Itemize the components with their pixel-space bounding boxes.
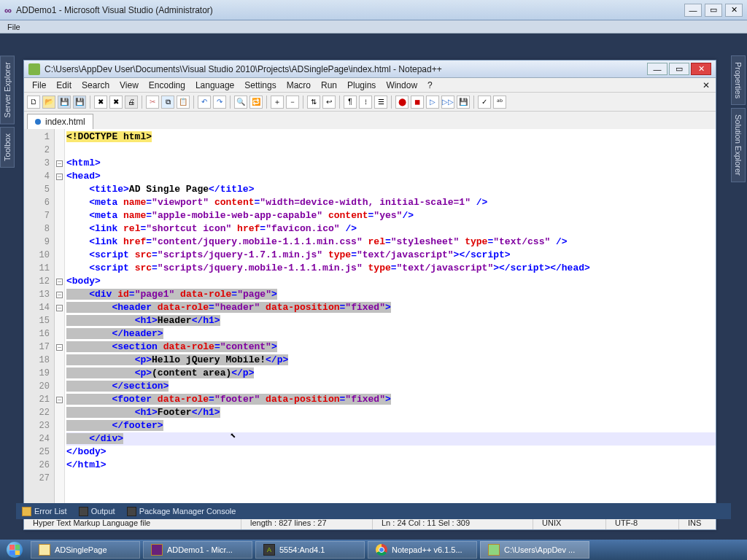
npp-menu-view[interactable]: View [115, 79, 144, 92]
vs-tab-toolbox[interactable]: Toolbox [0, 127, 15, 168]
macro-stop-icon[interactable]: ◼ [411, 96, 424, 109]
save-all-icon[interactable]: 💾 [73, 96, 86, 109]
vs-tab-output[interactable]: Output [79, 507, 115, 516]
code-area[interactable]: <!DOCTYPE html> <html> <head> <title>AD … [65, 129, 716, 515]
save-icon[interactable]: 💾 [58, 96, 71, 109]
folder-icon [39, 544, 50, 556]
sync-scroll-icon[interactable]: ⇅ [307, 96, 320, 109]
vs-menu-file[interactable]: File [3, 21, 25, 33]
error-list-icon [22, 507, 31, 516]
open-file-icon[interactable]: 📂 [42, 96, 55, 109]
notepadpp-window: C:\Users\AppDev User\Documents\Visual St… [23, 60, 716, 530]
print-icon[interactable]: 🖨 [125, 96, 138, 109]
new-file-icon[interactable]: 🗋 [27, 96, 40, 109]
npp-menu-edit[interactable]: Edit [51, 79, 77, 92]
doc-map-icon[interactable]: ᵃᵇ [493, 96, 506, 109]
vs-icon [151, 544, 163, 556]
vs-titlebar[interactable]: ∞ ADDemo1 - Microsoft Visual Studio (Adm… [0, 0, 747, 20]
npp-toolbar: 🗋 📂 💾 💾 ✖ ✖ 🖨 ✂ ⧉ 📋 ↶ ↷ 🔍 🔁 ＋ [24, 93, 716, 112]
windows-taskbar: ADSinglePage ADDemo1 - Micr... A5554:And… [0, 540, 747, 560]
npp-minimize-button[interactable]: — [647, 63, 667, 75]
all-chars-icon[interactable]: ¶ [344, 96, 357, 109]
vs-tab-solution-explorer[interactable]: Solution Explorer [731, 108, 746, 182]
vs-title: ADDemo1 - Microsoft Visual Studio (Admin… [16, 5, 684, 15]
vs-maximize-button[interactable]: ▭ [705, 4, 722, 17]
vs-close-button[interactable]: ✕ [725, 4, 743, 17]
macro-play-icon[interactable]: ▷ [426, 96, 439, 109]
vs-tab-pkg-mgr-console[interactable]: Package Manager Console [127, 507, 236, 516]
npp-menu-run[interactable]: Run [316, 79, 342, 92]
task-notepadpp[interactable]: C:\Users\AppDev ... [480, 541, 589, 559]
vs-menubar: File [0, 20, 747, 34]
npp-title: C:\Users\AppDev User\Documents\Visual St… [44, 64, 647, 74]
tab-modified-icon [35, 119, 41, 125]
vs-minimize-button[interactable]: — [684, 4, 702, 17]
tab-label: index.html [45, 117, 85, 127]
npp-menu-file[interactable]: File [27, 79, 51, 92]
line-number-gutter: 12345 678910 1112131415 1617181920 21222… [24, 129, 55, 515]
macro-save-icon[interactable]: 💾 [457, 96, 470, 109]
paste-icon[interactable]: 📋 [177, 96, 190, 109]
chrome-icon [376, 544, 387, 556]
wordwrap-icon[interactable]: ↩ [322, 96, 336, 109]
zoom-in-icon[interactable]: ＋ [271, 96, 284, 109]
npp-titlebar[interactable]: C:\Users\AppDev User\Documents\Visual St… [24, 61, 716, 78]
npp-icon [488, 544, 500, 556]
visual-studio-window: ∞ ADDemo1 - Microsoft Visual Studio (Adm… [0, 0, 747, 560]
macro-play-multi-icon[interactable]: ▷▷ [441, 96, 454, 109]
replace-icon[interactable]: 🔁 [249, 96, 263, 109]
pkg-mgr-icon [127, 507, 136, 516]
npp-menu-plugins[interactable]: Plugins [342, 79, 381, 92]
output-icon [79, 507, 88, 516]
cut-icon[interactable]: ✂ [146, 96, 159, 109]
copy-icon[interactable]: ⧉ [161, 96, 174, 109]
npp-menu-language[interactable]: Language [190, 79, 239, 92]
task-android-emulator[interactable]: A5554:And4.1 [255, 541, 365, 559]
tab-index-html[interactable]: index.html [27, 114, 93, 129]
close-all-icon[interactable]: ✖ [109, 96, 123, 109]
npp-close-button[interactable]: ✕ [691, 63, 711, 75]
redo-icon[interactable]: ↷ [213, 96, 226, 109]
fold-column[interactable]: − − − − − − − [55, 129, 65, 515]
npp-tabbar: index.html [24, 112, 716, 129]
vs-bottom-panel-tabs: Error List Output Package Manager Consol… [16, 503, 731, 519]
task-adsinglepage[interactable]: ADSinglePage [31, 541, 140, 559]
close-file-icon[interactable]: ✖ [94, 96, 107, 109]
npp-menu-settings[interactable]: Settings [239, 79, 281, 92]
zoom-out-icon[interactable]: － [286, 96, 299, 109]
npp-document-close-button[interactable]: ✕ [697, 79, 716, 92]
npp-app-icon [28, 63, 40, 75]
macro-record-icon[interactable]: ⬤ [395, 96, 409, 109]
find-icon[interactable]: 🔍 [234, 96, 247, 109]
vs-tab-error-list[interactable]: Error List [22, 507, 67, 516]
user-lang-icon[interactable]: ☰ [374, 96, 387, 109]
vs-logo-icon: ∞ [4, 4, 12, 16]
npp-menu-window[interactable]: Window [381, 79, 422, 92]
spell-check-icon[interactable]: ✓ [478, 96, 491, 109]
npp-menu-encoding[interactable]: Encoding [144, 79, 190, 92]
indent-guide-icon[interactable]: ⫶ [359, 96, 372, 109]
npp-menubar: File Edit Search View Encoding Language … [24, 78, 716, 93]
vs-tab-server-explorer[interactable]: Server Explorer [0, 55, 15, 124]
npp-editor[interactable]: 12345 678910 1112131415 1617181920 21222… [24, 129, 716, 515]
task-chrome[interactable]: Notepad++ v6.1.5... [368, 541, 477, 559]
task-visual-studio[interactable]: ADDemo1 - Micr... [143, 541, 252, 559]
start-button[interactable] [0, 540, 29, 560]
npp-menu-help[interactable]: ? [422, 79, 438, 92]
vs-tab-properties[interactable]: Properties [731, 55, 746, 105]
npp-maximize-button[interactable]: ▭ [669, 63, 689, 75]
npp-menu-macro[interactable]: Macro [282, 79, 316, 92]
npp-menu-search[interactable]: Search [77, 79, 115, 92]
undo-icon[interactable]: ↶ [198, 96, 211, 109]
android-icon: A [263, 544, 275, 556]
